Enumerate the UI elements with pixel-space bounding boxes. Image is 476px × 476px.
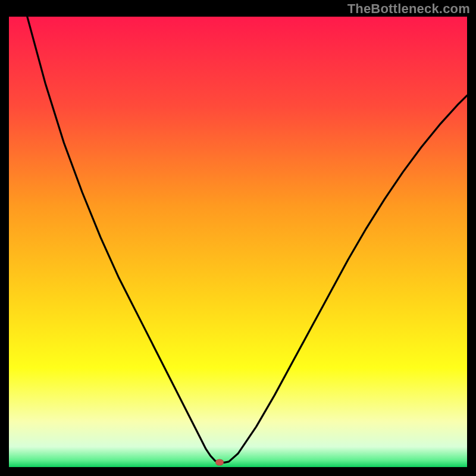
bottleneck-curve [9, 17, 467, 467]
chart-frame: TheBottleneck.com [0, 0, 476, 476]
optimal-point-marker [215, 459, 224, 466]
plot-area [9, 17, 467, 467]
watermark-text: TheBottleneck.com [347, 1, 470, 17]
